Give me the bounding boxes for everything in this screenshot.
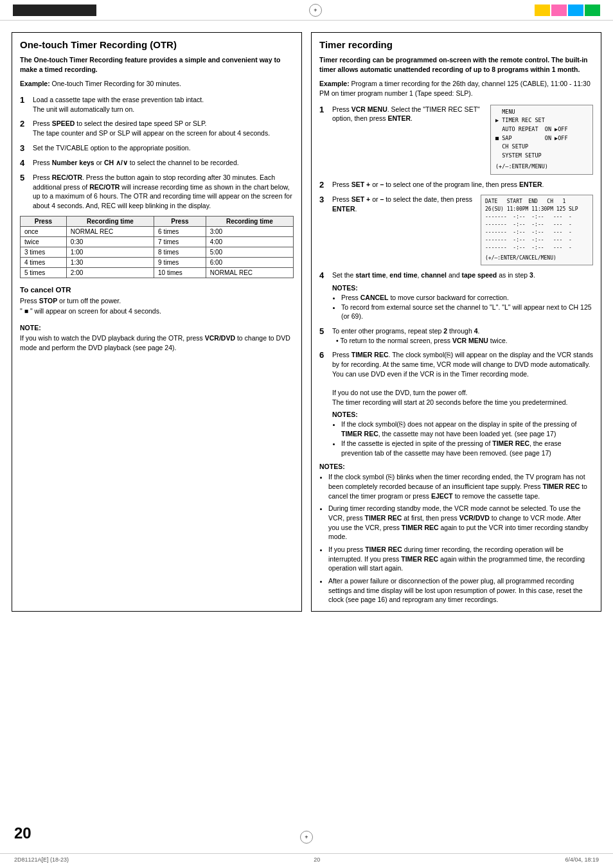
timer-step-1-text: Press VCR MENU. Select the "TIMER REC SE… [332,105,486,123]
color-block-blue [568,4,583,16]
footer: 2D81121A[E] (18-23) 20 6/4/04, 18:19 [0,853,613,863]
otr-note-section: NOTE: If you wish to watch the DVD playb… [20,324,294,352]
otr-step-2-content: Press SPEED to select the desired tape s… [33,119,270,137]
table-header-rec-time2: Recording time [206,216,293,226]
otr-step-4-content: Press Number keys or CH ∧/∨ to select th… [33,158,239,168]
list-item: If you press TIMER REC during timer reco… [328,545,593,573]
top-bar-left-block [13,4,96,16]
timer-step-2-num: 2 [319,180,328,190]
otr-step-2: 2 Press SPEED to select the desired tape… [20,119,294,137]
top-bar-color-blocks [535,4,600,16]
otr-example-label: Example: [20,80,50,87]
table-header-press2: Press [154,216,206,226]
timer-rec-title: Timer recording [319,39,593,50]
footer-left-code: 2D81121A[E] (18-23) [14,856,69,863]
otr-step-1-content: Load a cassette tape with the erase prev… [33,95,204,114]
timer-example-label: Example: [319,80,350,87]
timer-step-6-text: Press TIMER REC. The clock symbol(⎘) wil… [332,350,593,407]
timer-step-5-num: 5 [319,326,328,345]
cancel-otr-line2: " ■ " will appear on screen for about 4 … [20,306,294,316]
main-content: One-touch Timer Recording (OTR) The One-… [0,21,613,650]
table-header-rec-time1: Recording time [66,216,154,226]
cancel-otr-line1: Press STOP or turn off the power. [20,296,294,306]
otr-note-text: If you wish to watch the DVD playback du… [20,333,294,352]
timer-rec-example: Example: Program a timer recording for t… [319,79,593,98]
list-item: After a power failure or disconnection o… [328,576,593,605]
otr-step-5-content: Press REC/OTR. Press the button again to… [33,173,294,211]
top-bar: + [0,0,613,21]
cancel-otr-title: To cancel OTR [20,286,294,294]
notes-bottom-section: NOTES: If the clock symbol (⎘) blinks wh… [319,463,593,605]
list-item: If the cassette is ejected in spite of t… [341,439,593,457]
otr-step-1: 1 Load a cassette tape with the erase pr… [20,95,294,114]
timer-step-2-text: Press SET + or – to select one of the pr… [332,180,544,190]
otr-step-5: 5 Press REC/OTR. Press the button again … [20,173,294,211]
menu-display-1: MENU ▶ TIMER REC SET AUTO REPEAT ON ▶OFF… [490,105,593,175]
list-item: To record from external source set the c… [341,303,593,321]
otr-step-3-content: Set the TV/CABLE option to the appropria… [33,143,191,153]
otr-step-5-num: 5 [20,173,29,211]
table-row: twice 0:30 7 times 4:00 [21,236,294,247]
timer-step-1-left: 1 Press VCR MENU. Select the "TIMER REC … [319,105,486,123]
otr-table: Press Recording time Press Recording tim… [20,216,294,278]
table-header-press1: Press [21,216,67,226]
timer-step-4: 4 Set the start time, end time, channel … [319,270,593,280]
timer-step-5: 5 To enter other programs, repeat step 2… [319,326,593,345]
notes-step4-title: NOTES: [332,284,593,292]
timer-rec-intro: Timer recording can be programmed on-scr… [319,55,593,74]
notes-step6-list: If the clock symbol(⎘) does not appear o… [332,420,593,457]
bottom-crosshair-icon: + [300,831,313,844]
timer-step-5-text: To enter other programs, repeat step 2 t… [332,326,508,345]
otr-example: Example: One-touch Timer Recording for 3… [20,79,294,89]
notes-after-step4: NOTES: Press CANCEL to move cursor backw… [332,284,593,321]
right-column: Timer recording Timer recording can be p… [311,32,601,612]
footer-center-page: 20 [314,856,320,863]
otr-example-text: One-touch Timer Recording for 30 minutes… [50,80,181,87]
color-block-yellow [535,4,550,16]
timer-step-6: 6 Press TIMER REC. The clock symbol(⎘) w… [319,350,593,407]
table-row: 4 times 1:30 9 times 6:00 [21,257,294,267]
list-item: If the clock symbol(⎘) does not appear o… [341,420,593,438]
otr-step-3-num: 3 [20,143,29,153]
timer-step-3-num: 3 [319,195,328,213]
otr-step-4-num: 4 [20,158,29,168]
otr-step-2-num: 2 [20,119,29,137]
otr-step-4: 4 Press Number keys or CH ∧/∨ to select … [20,158,294,168]
timer-step-1-num: 1 [319,105,328,123]
notes-step6-title: NOTES: [332,411,593,418]
notes-bottom-list: If the clock symbol (⎘) blinks when the … [319,472,593,605]
table-row: 3 times 1:00 8 times 5:00 [21,247,294,257]
otr-step-3: 3 Set the TV/CABLE option to the appropr… [20,143,294,153]
otr-intro: The One-touch Timer Recording feature pr… [20,55,294,74]
cancel-otr-section: To cancel OTR Press STOP or turn off the… [20,286,294,316]
table-row: 5 times 2:00 10 times NORMAL REC [21,267,294,278]
list-item: Press CANCEL to move cursor backward for… [341,293,593,303]
menu-display-2: DATE START END CH 1 26(SU) 11:00PM 11:30… [481,195,593,265]
otr-step-1-num: 1 [20,95,29,114]
timer-step-1: 1 Press VCR MENU. Select the "TIMER REC … [319,105,593,175]
notes-after-step6: NOTES: If the clock symbol(⎘) does not a… [332,411,593,457]
page-number: 20 [14,824,31,842]
timer-step-4-text: Set the start time, end time, channel an… [332,270,535,280]
timer-step-3: 3 Press SET + or – to select the date, t… [319,195,593,265]
timer-step-3-text: Press SET + or – to select the date, the… [332,195,477,213]
color-block-pink [551,4,567,16]
timer-step-2: 2 Press SET + or – to select one of the … [319,180,593,190]
list-item: If the clock symbol (⎘) blinks when the … [328,472,593,500]
timer-example-text: Program a timer recording for the 26th d… [319,80,591,97]
top-crosshair-icon: + [309,4,322,17]
color-block-green [585,4,600,16]
timer-step-6-num: 6 [319,350,328,407]
notes-bottom-title: NOTES: [319,463,593,470]
table-row: once NORMAL REC 6 times 3:00 [21,226,294,236]
otr-note-title: NOTE: [20,324,294,332]
footer-right-date: 6/4/04, 18:19 [565,856,599,863]
timer-step-4-num: 4 [319,270,328,280]
notes-step4-list: Press CANCEL to move cursor backward for… [332,293,593,321]
left-column: One-touch Timer Recording (OTR) The One-… [12,32,302,612]
list-item: During timer recording standby mode, the… [328,504,593,542]
otr-title: One-touch Timer Recording (OTR) [20,39,294,50]
